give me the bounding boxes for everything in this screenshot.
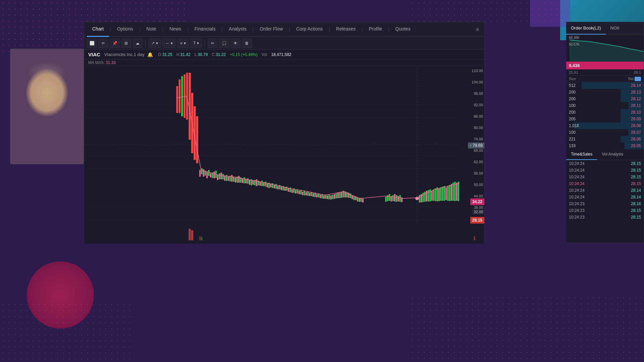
toolbar-draw-btn[interactable]: ✏: [98, 39, 108, 48]
price-chart: [84, 66, 484, 244]
ob-tab-noii[interactable]: NOII: [606, 22, 624, 35]
tab-news[interactable]: News: [164, 22, 186, 37]
grid-icon: ⊞: [124, 41, 128, 46]
bg-dots-bottomleft: [0, 302, 134, 362]
arrow-dropdown-icon: ▾: [156, 41, 158, 46]
svg-rect-61: [267, 183, 268, 187]
tab-quotes[interactable]: Quotes: [390, 22, 416, 37]
svg-rect-82: [304, 191, 305, 195]
tab-corpactions[interactable]: Corp Actions: [291, 22, 328, 37]
svg-rect-85: [309, 193, 310, 196]
svg-rect-150: [189, 229, 191, 240]
ob-row[interactable]: 205 28.09: [566, 116, 644, 122]
ob-row[interactable]: 200 28.10: [566, 109, 644, 116]
text-icon: T: [193, 41, 196, 46]
toolbar-grid-btn[interactable]: ⊞: [121, 39, 131, 48]
draw-icon: ✏: [102, 41, 105, 46]
svg-rect-71: [284, 187, 286, 191]
sep5: |: [221, 27, 223, 32]
svg-rect-143: [447, 186, 448, 201]
ts-row: 10:24:24 28.15: [566, 167, 644, 174]
ob-tab-l2[interactable]: Order Book(L2): [566, 22, 606, 35]
svg-rect-110: [353, 196, 355, 200]
open-label: O: [158, 52, 161, 57]
sep7: |: [288, 27, 291, 32]
ob-row[interactable]: 100 28.11: [566, 102, 644, 109]
ob-bid-header: Bid 10: [628, 77, 641, 81]
stock-info-bar: VIAC Viacomcbs Inc,1 day 🔔 O 31.25 H 31.…: [84, 50, 484, 60]
toolbar-headphone-btn[interactable]: 🎧: [219, 39, 229, 48]
toolbar-delete-btn[interactable]: 🗑: [242, 39, 252, 48]
ob-row[interactable]: 100 28.07: [566, 129, 644, 136]
ts-row: 10:24:24 28.14: [566, 194, 644, 200]
ts-row: 10:24:24 28.15: [566, 160, 644, 167]
ob-row[interactable]: 512 28.14: [566, 82, 644, 89]
tab-note[interactable]: Note: [141, 22, 162, 37]
sep8: |: [328, 27, 330, 32]
svg-rect-39: [228, 177, 229, 181]
svg-text:50.57K: 50.57K: [569, 43, 580, 46]
sep10: |: [387, 27, 390, 32]
svg-rect-77: [295, 190, 296, 193]
ob-row[interactable]: 133 28.05: [566, 142, 644, 149]
svg-rect-146: [452, 183, 454, 201]
toolbar-screenshot-btn[interactable]: ⬜: [87, 39, 97, 48]
stock-ohlc: O 31.25 H 31.42 L 30.79 C 31.22 +0.15 (+…: [158, 52, 291, 57]
toolbar-text-btn[interactable]: T ▾: [190, 39, 202, 48]
tab-financials[interactable]: Financials: [189, 22, 221, 37]
ob-row[interactable]: 1,018 28.08: [566, 122, 644, 129]
toolbar-pencil-btn[interactable]: ✏: [208, 39, 218, 48]
svg-rect-115: [362, 199, 364, 202]
chart-area[interactable]: 110.00 104.00 98.00 92.00 86.00 80.00 74…: [84, 66, 484, 244]
tab-options[interactable]: Options: [112, 22, 139, 37]
svg-rect-67: [277, 186, 278, 189]
ob-row[interactable]: 200 28.13: [566, 89, 644, 96]
svg-rect-84: [307, 191, 309, 196]
svg-rect-42: [233, 177, 234, 182]
measure-dropdown-icon: ▾: [184, 41, 186, 46]
tab-profile[interactable]: Profile: [364, 22, 388, 37]
stock-bell-icon[interactable]: 🔔: [147, 52, 153, 57]
svg-rect-34: [219, 173, 220, 179]
tab-orderflow[interactable]: Order Flow: [254, 22, 288, 37]
svg-rect-120: [392, 195, 394, 201]
ob-spread-row: 25.91 28.1: [566, 69, 644, 76]
ob-row[interactable]: 221 28.06: [566, 136, 644, 142]
svg-rect-117: [387, 195, 388, 201]
delete-icon: 🗑: [245, 41, 249, 46]
price-label: 98.00: [463, 92, 483, 96]
price-label: 44.00: [463, 194, 483, 198]
stock-name: Viacomcbs Inc,1 day: [104, 52, 145, 57]
tab-analysts[interactable]: Analysts: [223, 22, 252, 37]
svg-rect-135: [433, 189, 434, 201]
price-label: 74.00: [463, 137, 483, 141]
ts-row: 10:24:24 28.14: [566, 187, 644, 194]
toolbar-arrow-btn[interactable]: ↗ ▾: [148, 39, 161, 48]
stock-change: +0.15 (+0.48%): [230, 52, 258, 57]
svg-rect-80: [300, 190, 302, 194]
ob-row[interactable]: 200 28.12: [566, 96, 644, 102]
toolbar-pin-btn[interactable]: 📌: [110, 39, 120, 48]
ob-header: Size Bid 10: [566, 76, 644, 82]
svg-rect-136: [435, 188, 436, 201]
svg-rect-116: [385, 197, 386, 202]
toolbar-trendline-btn[interactable]: ↔ ▾: [162, 39, 176, 48]
tab-releases[interactable]: Releases: [331, 22, 361, 37]
tab-bar: Chart | Options | Note | News | Financia…: [84, 22, 484, 37]
stock-symbol: VIAC: [88, 52, 100, 57]
svg-rect-88: [314, 193, 316, 197]
low-label: L: [195, 52, 197, 57]
price-label: 86.00: [463, 114, 483, 118]
toolbar-measure-btn[interactable]: ≡ ▾: [177, 39, 189, 48]
svg-rect-101: [337, 193, 339, 198]
toolbar-cloud-btn[interactable]: ☁: [132, 39, 143, 48]
ts-tab-timesales[interactable]: Time&Sales: [566, 149, 597, 160]
toolbar-eye-btn[interactable]: 👁: [230, 39, 240, 48]
ts-tab-volanalysis[interactable]: Vol Analysis: [597, 149, 628, 160]
tab-chart[interactable]: Chart: [87, 22, 109, 37]
svg-rect-122: [396, 195, 397, 202]
svg-rect-36: [222, 174, 224, 179]
svg-rect-55: [256, 179, 257, 186]
sep1: |: [109, 27, 111, 32]
tab-menu-icon[interactable]: ≡: [473, 26, 482, 33]
